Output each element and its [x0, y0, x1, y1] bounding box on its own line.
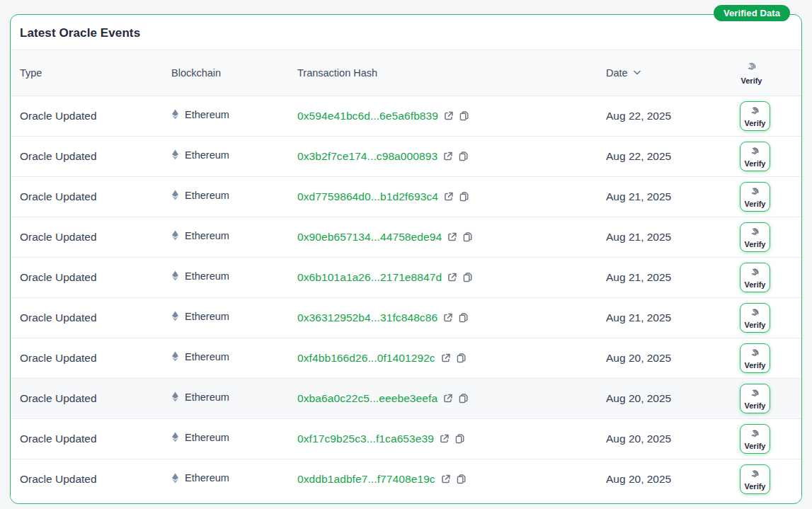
blockchain-label: Ethereum — [185, 270, 229, 282]
transaction-hash-link[interactable]: 0xba6a0c22c5...eeebe3eefa — [297, 392, 438, 405]
fingerprint-icon — [750, 146, 760, 159]
transaction-hash-link[interactable]: 0x3b2f7ce174...c98a000893 — [297, 150, 438, 163]
transaction-hash-cell: 0xf17c9b25c3...f1ca653e39 — [288, 418, 597, 459]
verify-button[interactable]: Verify — [740, 303, 771, 333]
verify-cell: Verify — [717, 459, 801, 499]
copy-icon[interactable] — [458, 151, 469, 161]
verify-cell: Verify — [717, 257, 801, 297]
verify-cell: Verify — [717, 338, 801, 378]
verify-cell: Verify — [717, 378, 801, 418]
column-header-date[interactable]: Date — [606, 67, 642, 79]
verify-button[interactable]: Verify — [740, 464, 771, 494]
blockchain-cell: Ethereum — [162, 176, 288, 217]
transaction-hash-link[interactable]: 0x90eb657134...44758ede94 — [297, 231, 442, 244]
external-link-icon[interactable] — [443, 110, 454, 121]
table-body: Oracle Updated Ethereum 0x594e41bc6d...6… — [11, 96, 801, 499]
copy-icon[interactable] — [456, 474, 467, 484]
date-cell: Aug 21, 2025 — [597, 297, 717, 338]
transaction-hash-cell: 0x6b101a1a26...2171e8847d — [288, 257, 597, 297]
copy-icon[interactable] — [454, 433, 465, 444]
transaction-hash-link[interactable]: 0xddb1adbfe7...f77408e19c — [297, 473, 435, 486]
ethereum-icon — [171, 351, 179, 362]
verify-button[interactable]: Verify — [740, 343, 771, 373]
copy-icon[interactable] — [462, 272, 473, 282]
verify-cell: Verify — [717, 176, 801, 217]
verify-button[interactable]: Verify — [740, 222, 771, 252]
verify-button-label: Verify — [745, 200, 766, 208]
transaction-hash-link[interactable]: 0xd7759864d0...b1d2f693c4 — [297, 190, 438, 203]
verify-button[interactable]: Verify — [740, 142, 771, 171]
transaction-hash-cell: 0xba6a0c22c5...eeebe3eefa — [288, 378, 597, 418]
page-title: Latest Oracle Events — [11, 15, 801, 50]
verify-header-label: Verify — [741, 76, 762, 85]
external-link-icon[interactable] — [442, 151, 453, 161]
transaction-hash-link[interactable]: 0xf17c9b25c3...f1ca653e39 — [297, 433, 434, 445]
blockchain-cell: Ethereum — [162, 338, 288, 378]
blockchain-cell: Ethereum — [162, 297, 288, 338]
ethereum-icon — [171, 391, 179, 402]
transaction-hash-cell: 0x3b2f7ce174...c98a000893 — [288, 136, 597, 176]
copy-icon[interactable] — [459, 191, 469, 202]
date-cell: Aug 20, 2025 — [597, 418, 717, 459]
fingerprint-icon — [750, 105, 760, 118]
verify-button[interactable]: Verify — [740, 384, 771, 413]
external-link-icon[interactable] — [440, 353, 451, 363]
external-link-icon[interactable] — [440, 474, 451, 484]
transaction-hash-link[interactable]: 0x36312952b4...31fc848c86 — [297, 311, 438, 324]
external-link-icon[interactable] — [447, 272, 457, 282]
event-type-cell: Oracle Updated — [11, 297, 162, 338]
verify-button[interactable]: Verify — [740, 263, 771, 292]
table-row: Oracle Updated Ethereum 0xf17c9b25c3...f… — [11, 418, 801, 459]
verify-button[interactable]: Verify — [740, 182, 771, 212]
table-row: Oracle Updated Ethereum 0x90eb657134...4… — [11, 217, 801, 257]
column-header-transaction-hash: Transaction Hash — [288, 50, 597, 96]
copy-icon[interactable] — [458, 312, 469, 323]
external-link-icon[interactable] — [447, 231, 457, 242]
transaction-hash-link[interactable]: 0xf4bb166d26...0f1401292c — [297, 352, 435, 365]
date-header-label: Date — [606, 67, 628, 79]
verify-cell: Verify — [717, 96, 801, 136]
copy-icon[interactable] — [456, 353, 467, 363]
oracle-events-table: Type Blockchain Transaction Hash Date — [11, 50, 801, 499]
verify-button-label: Verify — [745, 280, 766, 289]
verify-cell: Verify — [717, 418, 801, 459]
blockchain-cell: Ethereum — [162, 257, 288, 297]
blockchain-cell: Ethereum — [162, 96, 288, 136]
verify-cell: Verify — [717, 136, 801, 176]
event-type-cell: Oracle Updated — [11, 338, 162, 378]
event-type-cell: Oracle Updated — [11, 378, 162, 418]
ethereum-icon — [171, 149, 179, 160]
date-cell: Aug 20, 2025 — [597, 338, 717, 378]
external-link-icon[interactable] — [442, 393, 453, 404]
fingerprint-icon — [750, 469, 760, 481]
table-row: Oracle Updated Ethereum 0xddb1adbfe7...f… — [11, 459, 801, 499]
transaction-hash-link[interactable]: 0x6b101a1a26...2171e8847d — [297, 271, 442, 284]
column-header-type: Type — [11, 50, 162, 96]
blockchain-label: Ethereum — [185, 109, 229, 120]
ethereum-icon — [171, 270, 179, 281]
verify-button[interactable]: Verify — [740, 424, 771, 454]
transaction-hash-cell: 0xd7759864d0...b1d2f693c4 — [288, 176, 597, 217]
external-link-icon[interactable] — [439, 433, 450, 444]
copy-icon[interactable] — [459, 110, 469, 121]
ethereum-icon — [171, 473, 179, 484]
ethereum-icon — [171, 190, 179, 200]
copy-icon[interactable] — [462, 231, 473, 242]
external-link-icon[interactable] — [443, 191, 454, 202]
fingerprint-icon — [746, 61, 757, 74]
chevron-down-icon — [632, 68, 642, 77]
transaction-hash-link[interactable]: 0x594e41bc6d...6e5a6fb839 — [297, 110, 438, 122]
event-type-cell: Oracle Updated — [11, 136, 162, 176]
date-cell: Aug 20, 2025 — [597, 459, 717, 499]
verified-data-badge: Verified Data — [714, 5, 790, 21]
verify-button-label: Verify — [745, 321, 766, 329]
transaction-hash-cell: 0x90eb657134...44758ede94 — [288, 217, 597, 257]
copy-icon[interactable] — [458, 393, 469, 404]
verify-button[interactable]: Verify — [740, 101, 771, 131]
table-row: Oracle Updated Ethereum 0x594e41bc6d...6… — [11, 96, 801, 136]
verify-button-label: Verify — [745, 361, 766, 370]
event-type-cell: Oracle Updated — [11, 217, 162, 257]
external-link-icon[interactable] — [442, 312, 453, 323]
table-row: Oracle Updated Ethereum 0x36312952b4...3… — [11, 297, 801, 338]
fingerprint-icon — [750, 186, 760, 199]
